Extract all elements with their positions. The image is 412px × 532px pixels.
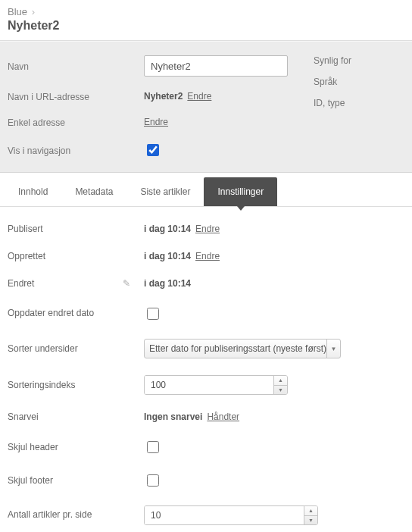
sort-index-spinner[interactable]: ▲ ▼	[144, 375, 288, 395]
modified-value: i dag 10:14	[144, 278, 191, 289]
show-in-nav-checkbox[interactable]	[147, 144, 159, 156]
chevron-down-icon: ▼	[326, 340, 340, 358]
tab-bar: Innhold Metadata Siste artikler Innstill…	[0, 177, 412, 207]
sort-index-up-icon[interactable]: ▲	[274, 376, 287, 386]
per-page-down-icon[interactable]: ▼	[304, 516, 317, 525]
header-panel: Navn Navn i URL-adresse Nyheter2Endre En…	[0, 41, 412, 173]
tab-content[interactable]: Innhold	[5, 177, 61, 206]
hide-footer-checkbox[interactable]	[147, 474, 159, 487]
name-input[interactable]	[144, 55, 288, 77]
per-page-up-icon[interactable]: ▲	[304, 506, 317, 516]
shortcut-value: Ingen snarvei	[144, 412, 202, 422]
hide-header-label: Skjul header	[8, 442, 144, 452]
hide-footer-label: Skjul footer	[8, 475, 144, 486]
breadcrumb-parent[interactable]: Blue	[8, 6, 27, 17]
sort-index-input[interactable]	[145, 376, 273, 394]
page-title: Nyheter2	[8, 19, 404, 33]
published-label: Publisert	[8, 224, 144, 234]
tab-settings[interactable]: Innstillinger	[204, 177, 277, 206]
breadcrumb-bar: Blue › Nyheter2	[0, 0, 412, 41]
modified-label: Endret	[8, 278, 34, 289]
tab-metadata[interactable]: Metadata	[61, 177, 126, 206]
per-page-spinner[interactable]: ▲ ▼	[144, 505, 318, 525]
simple-address-link[interactable]: Endre	[144, 117, 168, 127]
per-page-input[interactable]	[145, 506, 304, 524]
tab-recent-articles[interactable]: Siste artikler	[126, 177, 204, 206]
sort-subpages-value: Etter dato for publiseringsstart (nyeste…	[149, 343, 326, 354]
created-value: i dag 10:14	[144, 251, 191, 261]
created-change-link[interactable]: Endre	[195, 251, 220, 261]
visible-for-label[interactable]: Synlig for	[314, 55, 404, 66]
hide-header-checkbox[interactable]	[147, 441, 159, 453]
url-name-label: Navn i URL-adresse	[8, 90, 144, 102]
url-change-link[interactable]: Endre	[187, 91, 211, 102]
name-label: Navn	[8, 60, 144, 72]
id-type-label[interactable]: ID, type	[314, 98, 404, 108]
settings-panel: Publisert i dag 10:14 Endre Opprettet i …	[0, 207, 412, 532]
created-label: Opprettet	[8, 251, 144, 261]
per-page-label: Antall artikler pr. side	[8, 509, 144, 521]
sort-subpages-select[interactable]: Etter dato for publiseringsstart (nyeste…	[144, 339, 341, 358]
sort-subpages-label: Sorter undersider	[8, 343, 144, 354]
simple-address-label: Enkel adresse	[8, 116, 144, 128]
pencil-icon: ✎	[123, 278, 130, 289]
shortcut-label: Snarvei	[8, 412, 144, 422]
language-label[interactable]: Språk	[314, 77, 404, 87]
published-value: i dag 10:14	[144, 224, 191, 234]
chevron-right-icon: ›	[32, 6, 35, 17]
published-change-link[interactable]: Endre	[195, 224, 220, 234]
sort-index-label: Sorteringsindeks	[8, 380, 144, 390]
shortcut-manage-link[interactable]: Håndter	[207, 412, 239, 422]
url-name-value: Nyheter2	[144, 91, 183, 102]
show-in-nav-label: Vis i navigasjon	[8, 144, 144, 156]
update-modified-date-label: Oppdater endret dato	[8, 308, 144, 320]
sort-index-down-icon[interactable]: ▼	[274, 386, 287, 395]
update-modified-date-checkbox[interactable]	[147, 308, 159, 320]
breadcrumb: Blue ›	[8, 6, 404, 17]
